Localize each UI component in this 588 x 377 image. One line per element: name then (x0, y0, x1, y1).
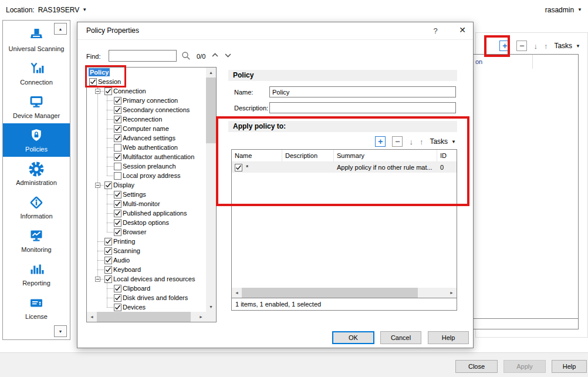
checkbox[interactable] (104, 87, 112, 95)
location-dropdown[interactable]: RAS19SERV ▼ (38, 6, 87, 14)
checkbox[interactable] (114, 163, 121, 170)
tree-item[interactable]: Published applications (87, 208, 206, 218)
sidebar-item-connection[interactable]: Connection (3, 56, 70, 90)
table-horizontal-scrollbar[interactable]: ◄ ► (232, 288, 457, 298)
rules-tasks-dropdown[interactable]: Tasks ▼ (430, 137, 456, 146)
add-rule-button[interactable]: + (375, 136, 386, 147)
sidebar-scroll-down-button[interactable]: ▼ (54, 325, 67, 337)
checkbox[interactable] (114, 191, 121, 198)
checkbox[interactable] (114, 116, 121, 123)
footer-help-button[interactable]: Help (552, 360, 587, 373)
column-header-id[interactable]: ID (437, 150, 457, 161)
checkbox[interactable] (114, 304, 121, 311)
checkbox[interactable] (104, 238, 112, 245)
checkbox[interactable] (104, 257, 112, 264)
tree-item[interactable]: Scanning (87, 246, 206, 255)
tasks-dropdown[interactable]: Tasks ▼ (554, 42, 580, 50)
scrollbar-thumb[interactable] (97, 312, 191, 322)
tree-item[interactable]: Session prelaunch (87, 161, 206, 171)
sidebar-scroll-up-button[interactable]: ▲ (54, 23, 67, 35)
checkbox[interactable] (114, 125, 121, 133)
move-rule-up-button[interactable]: ↑ (420, 137, 424, 146)
close-button[interactable]: Close (455, 360, 498, 373)
sidebar-item-device-manager[interactable]: Device Manager (3, 90, 70, 123)
scroll-up-icon[interactable]: ▲ (206, 68, 216, 78)
tree-item[interactable]: Clipboard (87, 284, 206, 293)
remove-rule-button[interactable]: − (392, 136, 403, 147)
sidebar-item-reporting[interactable]: Reporting (3, 257, 70, 291)
tree-item[interactable]: Connection (87, 86, 206, 96)
apply-button[interactable]: Apply (503, 360, 546, 373)
tree-item[interactable]: Computer name (87, 124, 206, 133)
tree-item[interactable]: Disk drives and folders (87, 293, 206, 302)
tree-item[interactable]: Multifactor authentication (87, 152, 206, 161)
tree-item[interactable]: Browser (87, 227, 206, 237)
help-button[interactable]: Help (428, 331, 469, 344)
checkbox[interactable] (114, 134, 121, 142)
ok-button[interactable]: OK (332, 331, 374, 344)
scroll-down-icon[interactable]: ▼ (206, 302, 216, 312)
collapse-icon[interactable] (95, 183, 100, 188)
tree-item[interactable]: Keyboard (87, 265, 206, 274)
move-up-button[interactable]: ↑ (544, 42, 548, 51)
remove-button[interactable]: − (516, 41, 527, 51)
tree-vertical-scrollbar[interactable]: ▲ ▼ (206, 68, 216, 312)
dialog-help-button[interactable]: ? (426, 22, 445, 39)
user-menu[interactable]: rasadmin ▼ (545, 6, 582, 14)
checkbox[interactable] (114, 97, 121, 105)
checkbox[interactable] (104, 266, 112, 274)
tree-item[interactable]: Policy (87, 68, 206, 77)
cancel-button[interactable]: Cancel (380, 331, 421, 344)
tree-item[interactable]: Advanced settings (87, 133, 206, 143)
checkbox[interactable] (104, 275, 112, 283)
sidebar-item-policies[interactable]: Policies (3, 123, 70, 157)
find-input[interactable] (109, 50, 177, 62)
move-down-button[interactable]: ↓ (533, 42, 538, 51)
tree-item[interactable]: Display (87, 180, 206, 190)
checkbox[interactable] (114, 294, 121, 302)
checkbox[interactable] (114, 210, 121, 217)
checkbox[interactable] (89, 78, 97, 86)
description-field[interactable] (269, 102, 456, 113)
collapse-icon[interactable] (95, 277, 100, 282)
checkbox[interactable] (114, 219, 121, 227)
close-icon[interactable]: ✕ (452, 22, 473, 39)
column-header-description[interactable]: Description (282, 150, 334, 161)
sidebar-item-administration[interactable]: Administration (3, 157, 70, 190)
search-icon[interactable] (181, 51, 191, 62)
tree-item[interactable]: Primary connection (87, 96, 206, 105)
sidebar-item-license[interactable]: License (3, 291, 70, 324)
tree-horizontal-scrollbar[interactable]: ◄ ► (87, 312, 206, 322)
scroll-left-icon[interactable]: ◄ (87, 312, 97, 322)
checkbox[interactable] (114, 200, 121, 208)
move-rule-down-button[interactable]: ↓ (409, 137, 413, 146)
collapse-icon[interactable] (95, 89, 100, 94)
scroll-right-icon[interactable]: ► (447, 288, 457, 298)
tree-item[interactable]: Devices (87, 302, 206, 312)
checkbox[interactable] (114, 153, 121, 161)
checkbox[interactable] (104, 181, 112, 189)
tree-item[interactable]: Desktop options (87, 218, 206, 227)
scrollbar-thumb[interactable] (242, 288, 418, 298)
find-previous-button[interactable] (211, 52, 219, 59)
checkbox[interactable] (114, 106, 121, 114)
checkbox[interactable] (235, 164, 242, 171)
tree-item[interactable]: Settings (87, 190, 206, 199)
sidebar-item-monitoring[interactable]: Monitoring (3, 224, 70, 257)
column-header-summary[interactable]: Summary (334, 150, 437, 161)
checkbox[interactable] (114, 172, 121, 180)
tree-item[interactable]: Session (87, 77, 206, 86)
tree-item[interactable]: Reconnection (87, 115, 206, 124)
tree-item[interactable]: Secondary connections (87, 105, 206, 115)
tree-item[interactable]: Printing (87, 237, 206, 246)
tree-item[interactable]: Audio (87, 255, 206, 265)
column-header-name[interactable]: Name (232, 150, 282, 161)
checkbox[interactable] (104, 247, 112, 255)
tree-item[interactable]: Multi-monitor (87, 199, 206, 208)
scrollbar-thumb[interactable] (206, 78, 216, 143)
name-field[interactable] (269, 86, 456, 97)
find-next-button[interactable] (224, 52, 232, 59)
checkbox[interactable] (114, 285, 121, 292)
table-row[interactable]: * Apply policy if no other rule mat... 0 (232, 162, 457, 173)
tree-item[interactable]: Web authentication (87, 143, 206, 152)
